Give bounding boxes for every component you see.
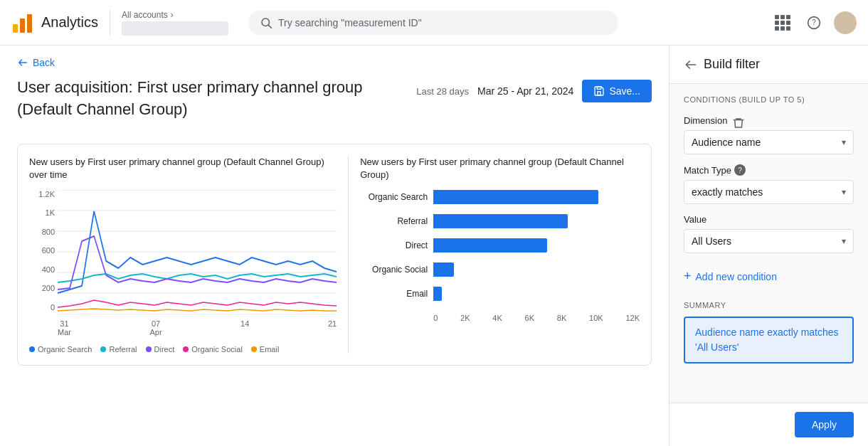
svg-rect-0 [13, 24, 18, 33]
value-value: All Users [692, 235, 731, 247]
panel-title: Build filter [704, 57, 760, 72]
dimension-value: Audience name [692, 137, 761, 148]
account-name-blur [122, 21, 228, 36]
dimension-field-row: Dimension [684, 115, 854, 130]
summary-section: SUMMARY Audience name exactly matches 'A… [684, 301, 854, 363]
svg-text:?: ? [812, 18, 816, 26]
bar-chart-section: New users by First user primary channel … [348, 156, 640, 354]
value-select[interactable]: All Users ▾ [684, 229, 854, 253]
accounts-breadcrumb: All accounts › [122, 10, 228, 20]
dimension-field-group: Dimension Audience name ▾ [684, 115, 854, 154]
line-chart-y-axis: 1.2K 1K 800 600 400 200 0 [29, 190, 55, 314]
bar-fill-direct [433, 238, 546, 253]
conditions-label: CONDITIONS (BUILD UP TO 5) [684, 95, 854, 104]
value-label: Value [684, 214, 854, 225]
legend-dot-referral [100, 346, 106, 352]
line-chart-title: New users by First user primary channel … [29, 156, 337, 181]
search-icon [260, 16, 272, 29]
header-divider [110, 10, 110, 36]
legend-dot-direct [146, 346, 152, 352]
chart-legend: Organic Search Referral Direct Organic S… [29, 345, 337, 354]
line-chart-canvas: 31Mar 07Apr 14 21 [58, 190, 337, 336]
main-layout: Back User acquisition: First user primar… [0, 46, 868, 446]
svg-line-4 [268, 25, 271, 28]
svg-rect-8 [598, 87, 601, 89]
legend-dot-organic-search [29, 346, 35, 352]
page-title: User acquisition: First user primary cha… [17, 77, 405, 121]
summary-label: SUMMARY [684, 301, 854, 309]
apps-button[interactable] [771, 11, 794, 34]
date-label: Last 28 days [416, 86, 469, 97]
legend-dot-email [251, 346, 257, 352]
content-area: Back User acquisition: First user primar… [0, 46, 669, 446]
legend-organic-search: Organic Search [29, 345, 92, 354]
match-type-select[interactable]: exactly matches ▾ [684, 180, 854, 204]
bar-row-email: Email [360, 287, 640, 301]
bar-row-direct: Direct [360, 238, 640, 253]
bar-fill-organic-social [433, 262, 454, 277]
delete-icon[interactable] [731, 116, 746, 130]
bar-fill-organic-search [433, 190, 598, 204]
panel-back-button[interactable] [684, 58, 698, 72]
bar-row-organic-search: Organic Search [360, 190, 640, 204]
bar-chart-title: New users by First user primary channel … [360, 156, 640, 181]
svg-rect-1 [20, 18, 25, 33]
accounts-nav[interactable]: All accounts › [122, 10, 228, 36]
bar-chart-x-labels: 0 2K 4K 6K 8K 10K 12K [433, 311, 640, 322]
bar-fill-referral [433, 214, 567, 228]
header-actions: ? [771, 11, 857, 34]
legend-direct: Direct [146, 345, 175, 354]
help-button[interactable]: ? [803, 11, 825, 34]
match-type-chevron-icon: ▾ [842, 187, 846, 197]
apply-button[interactable]: Apply [795, 412, 854, 437]
help-icon: ? [807, 16, 821, 30]
user-avatar[interactable] [834, 11, 857, 34]
match-type-help-icon[interactable]: ? [734, 164, 746, 176]
app-name: Analytics [41, 14, 98, 31]
bar-row-referral: Referral [360, 214, 640, 228]
bar-row-organic-social: Organic Social [360, 262, 640, 277]
save-button[interactable]: Save... [582, 80, 652, 102]
legend-referral: Referral [100, 345, 137, 354]
match-type-field-group: Match Type ? exactly matches ▾ [684, 164, 854, 204]
panel-back-icon [684, 58, 698, 72]
bar-fill-email [433, 287, 442, 301]
right-panel: Build filter CONDITIONS (BUILD UP TO 5) … [669, 46, 868, 446]
back-arrow-icon [17, 57, 28, 68]
line-chart-section: New users by First user primary channel … [29, 156, 337, 354]
panel-footer: Apply [669, 403, 868, 446]
line-chart-x-labels: 31Mar 07Apr 14 21 [58, 317, 337, 336]
match-type-label: Match Type ? [684, 164, 854, 176]
search-placeholder: Try searching "measurement ID" [278, 17, 422, 28]
bar-chart-rows: Organic Search Referral Direct [360, 190, 640, 301]
summary-text: Audience name exactly matches 'All Users… [695, 325, 842, 355]
analytics-logo-icon [11, 11, 34, 34]
add-condition-button[interactable]: + Add new condition [684, 263, 777, 290]
value-chevron-icon: ▾ [842, 236, 846, 246]
dimension-label: Dimension [684, 115, 727, 126]
svg-rect-2 [27, 14, 32, 33]
search-bar[interactable]: Try searching "measurement ID" [248, 11, 618, 35]
legend-dot-organic-social [183, 346, 189, 352]
back-label: Back [33, 57, 55, 68]
apps-grid-icon [775, 15, 790, 31]
save-icon [593, 85, 605, 97]
svg-rect-7 [598, 92, 600, 95]
panel-body: CONDITIONS (BUILD UP TO 5) Dimension Aud… [669, 84, 868, 403]
logo-area: Analytics [11, 11, 98, 34]
dimension-select[interactable]: Audience name ▾ [684, 130, 854, 154]
dimension-chevron-icon: ▾ [842, 137, 846, 147]
add-icon: + [684, 269, 692, 284]
match-type-value: exactly matches [692, 186, 763, 198]
back-link[interactable]: Back [17, 57, 652, 68]
legend-organic-social: Organic Social [183, 345, 243, 354]
charts-container: New users by First user primary channel … [17, 144, 652, 366]
header: Analytics All accounts › Try searching "… [0, 0, 868, 46]
add-condition-label: Add new condition [696, 271, 777, 282]
date-range: Mar 25 - Apr 21, 2024 [477, 85, 573, 97]
summary-box: Audience name exactly matches 'All Users… [684, 317, 854, 363]
save-label: Save... [609, 85, 640, 97]
breadcrumb-chevron: › [171, 10, 174, 20]
legend-email: Email [251, 345, 280, 354]
panel-header: Build filter [669, 46, 868, 84]
